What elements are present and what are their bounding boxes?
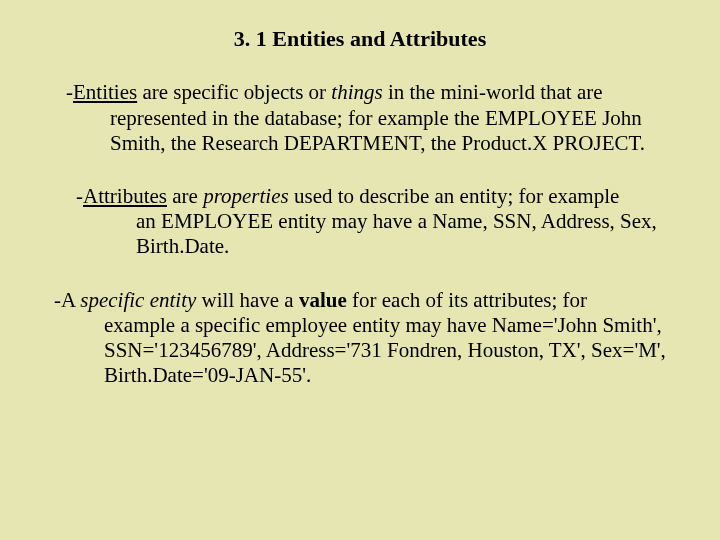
text: will have a bbox=[196, 288, 299, 312]
text: for each of its attributes; for bbox=[347, 288, 587, 312]
text: used to describe an entity; for example bbox=[289, 184, 620, 208]
things-term: things bbox=[331, 80, 382, 104]
properties-term: properties bbox=[203, 184, 289, 208]
value-term: value bbox=[299, 288, 347, 312]
text: are specific objects or bbox=[137, 80, 331, 104]
slide-title: 3. 1 Entities and Attributes bbox=[36, 26, 684, 52]
bullet-dash: - bbox=[54, 288, 61, 313]
attributes-term: Attributes bbox=[83, 184, 167, 208]
bullet-dash: - bbox=[66, 80, 73, 105]
text: in the mini-world that are bbox=[383, 80, 603, 104]
bullet-specific-entity: - A specific entity will have a value fo… bbox=[36, 288, 684, 389]
text-continuation: an EMPLOYEE entity may have a Name, SSN,… bbox=[76, 209, 684, 259]
text: are bbox=[167, 184, 203, 208]
bullet-entities: - Entities are specific objects or thing… bbox=[36, 80, 684, 156]
specific-entity-term: specific entity bbox=[80, 288, 196, 312]
text-continuation: example a specific employee entity may h… bbox=[54, 313, 684, 389]
entities-term: Entities bbox=[73, 80, 137, 104]
bullet-attributes: -Attributes are properties used to descr… bbox=[36, 184, 684, 260]
text-continuation: represented in the database; for example… bbox=[66, 106, 684, 156]
text: A bbox=[61, 288, 80, 312]
slide: 3. 1 Entities and Attributes - Entities … bbox=[0, 0, 720, 540]
bullet-dash: - bbox=[76, 184, 83, 209]
